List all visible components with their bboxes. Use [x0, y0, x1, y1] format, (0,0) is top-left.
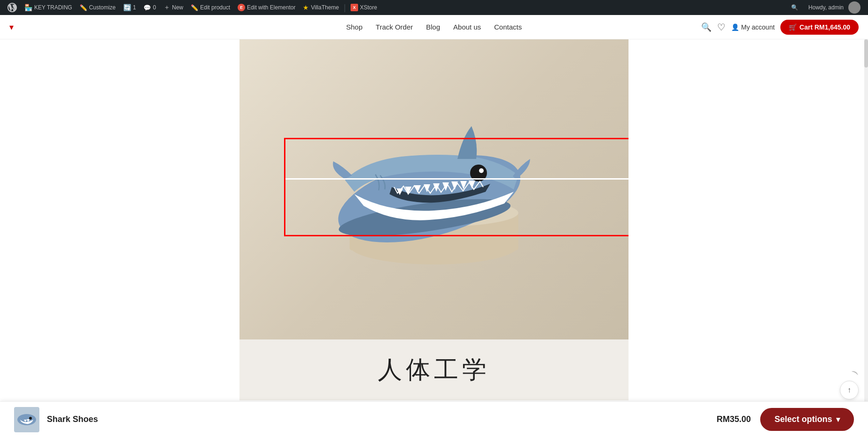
product-text-area: 人体工学 — [239, 339, 629, 400]
select-options-label: Select options — [774, 414, 832, 424]
scrollbar-thumb[interactable] — [864, 39, 868, 68]
admin-bar: 🏪 KEY TRADING ✏️ Customize 🔄 1 💬 0 ＋ New… — [0, 0, 868, 15]
shark-shoe-illustration — [317, 100, 551, 279]
edit-product-label: Edit product — [200, 4, 230, 11]
new-label: New — [172, 4, 183, 11]
avatar — [848, 1, 861, 14]
new-item[interactable]: ＋ New — [160, 0, 187, 15]
wishlist-icon[interactable]: ♡ — [717, 22, 726, 33]
comments-count: 0 — [153, 4, 156, 11]
edit-elementor-label: Edit with Elementor — [247, 4, 295, 11]
cart-button[interactable]: 🛒 Cart RM1,645.00 — [780, 20, 859, 35]
my-account-link[interactable]: 👤 My account — [731, 23, 775, 31]
scroll-top-button[interactable]: ↑ — [840, 381, 859, 399]
logo-chevron-icon: ▾ — [9, 22, 14, 32]
main-content: 人体工学 — [0, 39, 868, 400]
xstore-label: XStore — [360, 4, 377, 11]
thumb-shark-icon — [16, 409, 37, 430]
sticky-price: RM35.00 — [717, 414, 751, 424]
scrollbar-track[interactable] — [864, 39, 868, 411]
nav-shop[interactable]: Shop — [346, 23, 363, 31]
edit-elementor-item[interactable]: E Edit with Elementor — [234, 0, 299, 15]
villatheme-label: VillaTheme — [311, 4, 339, 11]
cart-icon: 🛒 — [789, 23, 797, 31]
star-icon: ★ — [303, 4, 309, 11]
xstore-item[interactable]: X XStore — [347, 0, 381, 15]
edit-product-item[interactable]: ✏️ Edit product — [187, 0, 234, 15]
customize-label: Customize — [89, 4, 116, 11]
product-chinese-text: 人体工学 — [378, 354, 490, 386]
howdy-item[interactable]: Howdy, admin — [802, 0, 864, 15]
nav-shop-link[interactable]: Shop — [346, 23, 363, 31]
howdy-label: Howdy, admin — [806, 4, 846, 11]
select-options-button[interactable]: Select options ▾ — [760, 408, 854, 431]
nav-links: Shop Track Order Blog About us Contacts — [346, 23, 522, 31]
product-image-wrapper — [239, 39, 629, 339]
elementor-icon: E — [238, 4, 245, 11]
svg-point-5 — [470, 165, 487, 181]
chevron-down-icon: ▾ — [836, 415, 840, 424]
nav-contacts-link[interactable]: Contacts — [494, 23, 522, 31]
nav-blog[interactable]: Blog — [426, 23, 440, 31]
product-image-container: 人体工学 — [239, 39, 629, 400]
sticky-product-name: Shark Shoes — [47, 414, 98, 424]
site-name-item[interactable]: 🏪 KEY TRADING — [21, 0, 76, 15]
villatheme-item[interactable]: ★ VillaTheme — [299, 0, 343, 15]
search-admin-item[interactable]: 🔍 — [787, 0, 802, 15]
account-person-icon: 👤 — [731, 23, 739, 31]
site-nav: ▾ Shop Track Order Blog About us Contact… — [0, 15, 868, 39]
edit-pencil-icon: ✏️ — [191, 4, 198, 11]
site-name-label: KEY TRADING — [34, 4, 72, 11]
updates-icon: 🔄 — [123, 4, 131, 11]
search-admin-icon: 🔍 — [791, 4, 798, 11]
customize-item[interactable]: ✏️ Customize — [76, 0, 120, 15]
cart-label: Cart RM1,645.00 — [800, 23, 850, 31]
scroll-top-arrow-icon: ↑ — [847, 386, 851, 394]
nav-track-order[interactable]: Track Order — [376, 23, 413, 31]
nav-track-order-link[interactable]: Track Order — [376, 23, 413, 31]
site-logo[interactable]: ▾ — [9, 22, 14, 32]
comments-item[interactable]: 💬 0 — [140, 0, 160, 15]
plus-icon: ＋ — [164, 3, 170, 12]
sticky-bottom-bar: Shark Shoes RM35.00 Select options ▾ — [0, 401, 868, 437]
updates-item[interactable]: 🔄 1 — [120, 0, 140, 15]
nav-blog-link[interactable]: Blog — [426, 23, 440, 31]
svg-point-6 — [479, 168, 484, 173]
pencil-icon: ✏️ — [80, 4, 87, 11]
nav-right: 🔍 ♡ 👤 My account 🛒 Cart RM1,645.00 — [701, 20, 859, 35]
search-icon[interactable]: 🔍 — [701, 22, 711, 32]
xstore-icon: X — [351, 4, 358, 11]
my-account-label: My account — [741, 23, 775, 31]
separator: | — [343, 3, 347, 13]
nav-contacts[interactable]: Contacts — [494, 23, 522, 31]
updates-count: 1 — [133, 4, 136, 11]
nav-about-us-link[interactable]: About us — [453, 23, 481, 31]
wp-logo-item[interactable] — [4, 0, 21, 15]
nav-about-us[interactable]: About us — [453, 23, 481, 31]
admin-right: 🔍 Howdy, admin — [787, 0, 864, 15]
sticky-product-thumb — [14, 407, 39, 432]
comment-icon: 💬 — [143, 4, 151, 11]
